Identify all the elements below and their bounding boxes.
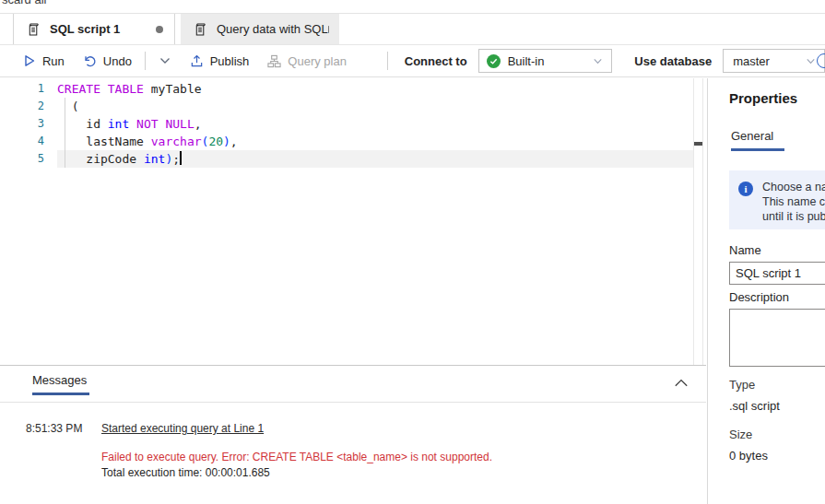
more-run-options-button[interactable] — [149, 45, 181, 76]
chevron-down-icon — [159, 54, 171, 67]
sql-script-icon — [194, 22, 207, 37]
info-icon: i — [738, 182, 753, 196]
sql-script-icon — [27, 22, 41, 37]
info-text-line: This name ca — [762, 194, 825, 209]
chevron-down-icon — [805, 55, 817, 67]
run-button[interactable]: Run — [14, 45, 74, 76]
tab-label: Query data with SQL — [217, 22, 328, 36]
name-field[interactable] — [729, 262, 825, 285]
publish-label: Publish — [210, 54, 250, 68]
tab-query-data-with-sql[interactable]: Query data with SQL — [181, 14, 339, 44]
code-line[interactable]: lastName varchar(20), — [57, 133, 693, 150]
indent-guide — [65, 115, 65, 133]
use-database-label: Use database — [634, 54, 712, 68]
indent-guide — [65, 98, 65, 115]
run-play-icon — [23, 54, 36, 67]
info-callout: i Choose a na This name ca until it is p… — [729, 170, 825, 229]
messages-body: 8:51:33 PM Started executing query at Li… — [0, 403, 706, 481]
code-line[interactable]: ( — [57, 98, 693, 115]
code-line[interactable]: id int NOT NULL, — [57, 115, 693, 133]
message-timestamp: 8:51:33 PM — [26, 422, 101, 481]
query-plan-icon — [267, 54, 281, 68]
message-entry: 8:51:33 PM Started executing query at Li… — [0, 403, 706, 481]
connection-value: Built-in — [508, 54, 545, 68]
line-number: 2 — [0, 98, 44, 115]
collapse-panel-button[interactable] — [673, 375, 689, 392]
description-field[interactable] — [729, 309, 825, 367]
editor-scrollbar[interactable] — [693, 78, 703, 365]
code-line[interactable]: zipCode int); — [57, 150, 693, 168]
run-label: Run — [42, 54, 65, 68]
undo-label: Undo — [103, 54, 132, 68]
connected-check-icon — [487, 54, 501, 68]
tab-sql-script-1[interactable]: SQL script 1 — [13, 14, 175, 44]
line-number: 3 — [0, 115, 44, 133]
chevron-down-icon — [592, 55, 604, 67]
app-window: scard all SQL script 1 Query data with S… — [0, 0, 825, 504]
properties-panel: Properties General i Choose a na This na… — [707, 78, 825, 504]
type-label: Type — [729, 378, 755, 392]
database-dropdown[interactable]: master — [723, 49, 825, 73]
general-tab-underline — [731, 148, 784, 151]
toolbar-divider — [145, 52, 146, 70]
messages-header: Messages — [0, 366, 706, 403]
messages-tab[interactable]: Messages — [32, 373, 87, 387]
tab-general[interactable]: General — [731, 129, 773, 143]
type-value: .sql script — [729, 399, 780, 413]
partial-discard-all-text: scard all — [2, 0, 46, 6]
indent-guide — [65, 150, 65, 168]
line-number: 1 — [0, 80, 44, 98]
connect-to-label: Connect to — [405, 54, 467, 68]
undo-button[interactable]: Undo — [74, 45, 141, 76]
toolbar-divider — [387, 52, 388, 70]
query-plan-button[interactable]: Query plan — [258, 45, 356, 76]
editor-tab-bar: SQL script 1 Query data with SQL — [0, 14, 825, 44]
cursor-position-marker — [694, 142, 702, 146]
code-line[interactable]: CREATE TABLE myTable — [57, 80, 693, 98]
messages-tab-underline — [32, 393, 89, 395]
size-label: Size — [729, 428, 752, 441]
message-execution-time: Total execution time: 00:00:01.685 — [101, 465, 492, 481]
name-label: Name — [729, 243, 761, 257]
unsaved-dot-icon — [156, 26, 163, 33]
publish-upload-icon — [190, 54, 204, 68]
messages-panel: Messages 8:51:33 PM Started executing qu… — [0, 365, 706, 504]
line-number: 4 — [0, 133, 44, 150]
code-lines[interactable]: CREATE TABLE myTable ( id int NOT NULL, … — [57, 80, 693, 168]
indent-guide — [65, 133, 65, 150]
sql-code-editor[interactable]: 12345 CREATE TABLE myTable ( id int NOT … — [0, 78, 706, 365]
message-line-link[interactable]: Started executing query at Line 1 — [101, 422, 264, 435]
publish-button[interactable]: Publish — [181, 45, 259, 76]
properties-title: Properties — [729, 90, 797, 106]
info-text-line: until it is pub — [762, 209, 825, 224]
tab-label: SQL script 1 — [50, 22, 120, 36]
size-value: 0 bytes — [729, 449, 768, 463]
message-error-text: Failed to execute query. Error: CREATE T… — [101, 450, 492, 465]
top-partial-strip: scard all — [0, 0, 825, 14]
text-cursor — [180, 151, 182, 165]
query-toolbar: Run Undo Publish Query plan Con — [0, 44, 825, 77]
query-plan-label: Query plan — [288, 54, 347, 68]
line-number: 5 — [0, 150, 44, 168]
undo-icon — [83, 54, 97, 68]
connection-dropdown[interactable]: Built-in — [478, 49, 613, 73]
database-value: master — [733, 54, 770, 68]
clipped-toolbar-icon[interactable] — [817, 53, 825, 68]
info-text-line: Choose a na — [762, 180, 825, 194]
line-numbers: 12345 — [0, 80, 44, 168]
description-label: Description — [729, 290, 789, 304]
